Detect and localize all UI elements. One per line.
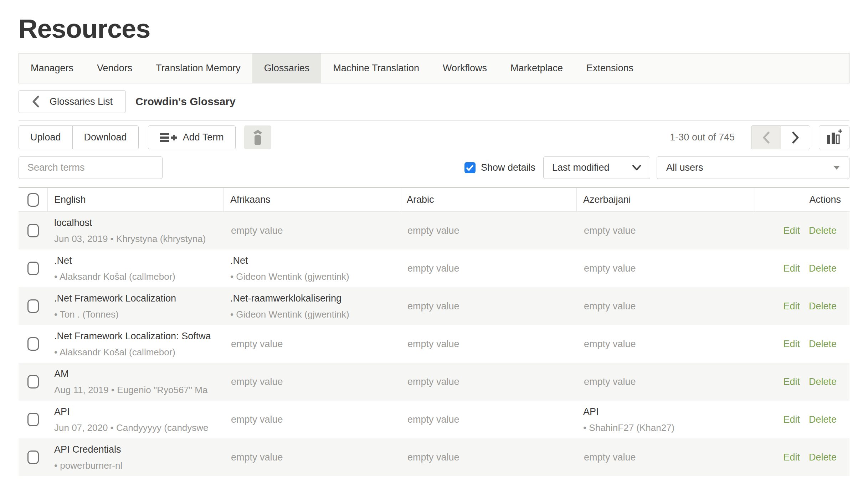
column-settings-icon xyxy=(826,129,843,146)
term-text: .Net xyxy=(54,255,217,266)
table-header: English Afrikaans Arabic Azerbaijani Act… xyxy=(19,187,849,212)
term-meta: Aug 11, 2019 • Eugenio "Ryo567" Ma xyxy=(54,385,217,396)
tab-glossaries[interactable]: Glossaries xyxy=(252,53,322,83)
toolbar: Upload Download Add Term xyxy=(19,125,849,149)
term-meta: Jun 03, 2019 • Khrystyna (khrystyna) xyxy=(54,233,217,244)
empty-value: empty value xyxy=(400,212,577,249)
term-text: .Net Framework Localization xyxy=(54,293,217,304)
glossary-title: Crowdin's Glossary xyxy=(135,96,236,108)
column-header-arabic: Arabic xyxy=(400,188,577,211)
term-text: .Net xyxy=(230,255,393,266)
add-term-button[interactable]: Add Term xyxy=(148,125,236,149)
previous-page-button[interactable] xyxy=(751,125,781,149)
breadcrumb: Glossaries List Crowdin's Glossary xyxy=(19,83,849,120)
tab-extensions[interactable]: Extensions xyxy=(575,53,645,83)
tab-machine-translation[interactable]: Machine Translation xyxy=(321,53,431,83)
filter-row: Show details Last modified All users xyxy=(19,156,849,179)
empty-value: empty value xyxy=(577,249,755,287)
trash-icon xyxy=(251,129,264,146)
tab-workflows[interactable]: Workflows xyxy=(431,53,499,83)
row-checkbox[interactable] xyxy=(27,299,39,313)
empty-value: empty value xyxy=(400,363,577,401)
manage-columns-button[interactable] xyxy=(819,125,849,149)
empty-value: empty value xyxy=(400,401,577,438)
tab-marketplace[interactable]: Marketplace xyxy=(499,53,575,83)
section-divider xyxy=(19,120,849,121)
empty-value: empty value xyxy=(577,325,755,363)
delete-link[interactable]: Delete xyxy=(809,339,837,350)
edit-link[interactable]: Edit xyxy=(783,263,800,274)
term-text: API Credentials xyxy=(54,444,217,455)
column-header-azerbaijani: Azerbaijani xyxy=(577,188,755,211)
row-checkbox[interactable] xyxy=(27,337,39,351)
delete-selected-button[interactable] xyxy=(244,125,271,149)
term-text: .Net Framework Localization: Softwa xyxy=(54,331,217,342)
users-filter-value: All users xyxy=(666,162,703,173)
users-filter-select[interactable]: All users xyxy=(657,156,849,179)
resource-tabs: Managers Vendors Translation Memory Glos… xyxy=(19,53,849,83)
show-details-checkbox[interactable] xyxy=(464,162,476,173)
download-button[interactable]: Download xyxy=(73,125,139,149)
empty-value: empty value xyxy=(224,325,400,363)
edit-link[interactable]: Edit xyxy=(783,301,800,312)
delete-link[interactable]: Delete xyxy=(809,452,837,463)
term-text: API xyxy=(583,406,748,417)
pagination-text: 1-30 out of 745 xyxy=(670,132,735,143)
empty-value: empty value xyxy=(577,287,755,325)
sort-select[interactable]: Last modified xyxy=(543,156,650,179)
edit-link[interactable]: Edit xyxy=(783,339,800,350)
select-all-checkbox[interactable] xyxy=(27,193,39,207)
column-header-afrikaans: Afrikaans xyxy=(224,188,400,211)
empty-value: empty value xyxy=(577,363,755,401)
empty-value: empty value xyxy=(400,325,577,363)
tab-vendors[interactable]: Vendors xyxy=(85,53,144,83)
row-checkbox[interactable] xyxy=(27,224,39,237)
filter-right: Show details Last modified All users xyxy=(464,156,849,179)
term-text: localhost xyxy=(54,217,217,228)
tab-managers[interactable]: Managers xyxy=(19,53,85,83)
search-input[interactable] xyxy=(19,156,163,179)
page-container: Resources Managers Vendors Translation M… xyxy=(0,0,868,476)
delete-link[interactable]: Delete xyxy=(809,225,837,236)
term-text: API xyxy=(54,406,217,417)
upload-button[interactable]: Upload xyxy=(19,125,73,149)
pager xyxy=(751,125,810,149)
empty-value: empty value xyxy=(224,401,400,438)
back-button-label: Glossaries List xyxy=(50,96,113,107)
empty-value: empty value xyxy=(224,363,400,401)
empty-value: empty value xyxy=(400,287,577,325)
term-meta: • Ton . (Tonnes) xyxy=(54,309,217,320)
column-header-english: English xyxy=(48,188,224,211)
next-page-button[interactable] xyxy=(781,125,810,149)
dropdown-arrow-icon xyxy=(833,166,840,170)
delete-link[interactable]: Delete xyxy=(809,301,837,312)
row-checkbox[interactable] xyxy=(27,375,39,388)
row-checkbox[interactable] xyxy=(27,413,39,426)
delete-link[interactable]: Delete xyxy=(809,414,837,425)
edit-link[interactable]: Edit xyxy=(783,452,800,463)
show-details-control: Show details xyxy=(464,162,535,173)
add-term-label: Add Term xyxy=(183,132,224,143)
row-checkbox[interactable] xyxy=(27,451,39,464)
edit-link[interactable]: Edit xyxy=(783,225,800,236)
upload-download-group: Upload Download xyxy=(19,125,139,149)
delete-link[interactable]: Delete xyxy=(809,263,837,274)
empty-value: empty value xyxy=(400,249,577,287)
show-details-label: Show details xyxy=(481,162,535,173)
glossaries-list-back-button[interactable]: Glossaries List xyxy=(19,90,126,113)
delete-link[interactable]: Delete xyxy=(809,376,837,387)
tab-translation-memory[interactable]: Translation Memory xyxy=(144,53,252,83)
chevron-down-icon xyxy=(632,165,641,171)
table-row: AM Aug 11, 2019 • Eugenio "Ryo567" Ma em… xyxy=(19,363,849,401)
table-row: localhost Jun 03, 2019 • Khrystyna (khry… xyxy=(19,212,849,249)
edit-link[interactable]: Edit xyxy=(783,414,800,425)
terms-table: English Afrikaans Arabic Azerbaijani Act… xyxy=(19,187,849,476)
term-meta: • Alaksandr Košal (callmebor) xyxy=(54,347,217,358)
edit-link[interactable]: Edit xyxy=(783,376,800,387)
toolbar-right: 1-30 out of 745 xyxy=(670,125,849,149)
sort-select-value: Last modified xyxy=(552,162,610,173)
term-text: AM xyxy=(54,369,217,380)
term-meta: • ShahinF27 (Khan27) xyxy=(583,422,748,433)
row-checkbox[interactable] xyxy=(27,262,39,275)
term-meta: • powerburner-nl xyxy=(54,460,217,471)
